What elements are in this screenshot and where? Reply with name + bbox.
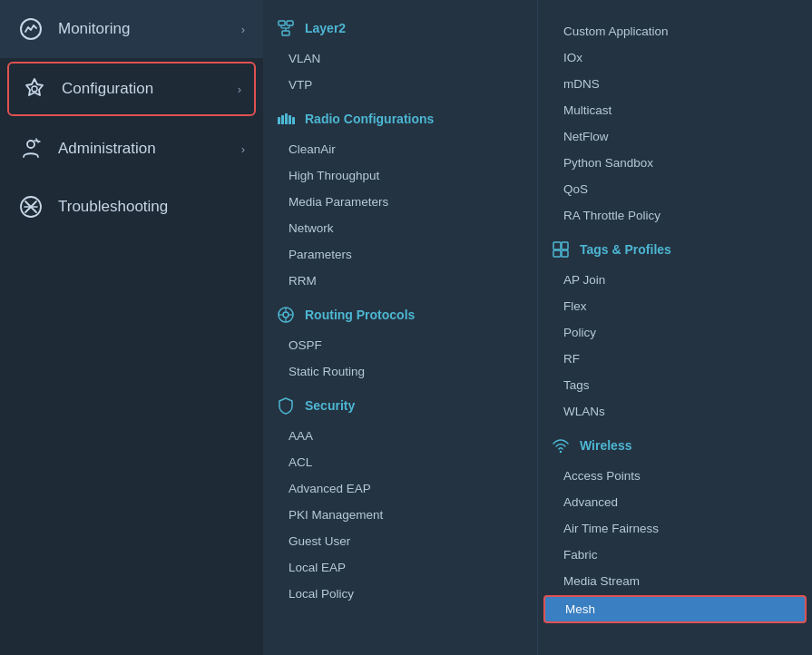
svg-rect-9 <box>282 31 289 35</box>
routing-icon <box>276 305 296 325</box>
svg-rect-28 <box>562 250 568 257</box>
menu-item-cleanair[interactable]: CleanAir <box>263 136 537 162</box>
menu-item-ospf[interactable]: OSPF <box>263 332 537 358</box>
menu-item-air-time-fairness[interactable]: Air Time Fairness <box>538 515 812 542</box>
wireless-label: Wireless <box>580 438 631 453</box>
security-label: Security <box>305 398 355 413</box>
svg-point-2 <box>27 141 34 148</box>
sidebar-item-administration[interactable]: Administration › <box>0 120 263 178</box>
svg-rect-16 <box>285 113 288 124</box>
menu-item-wlans[interactable]: WLANs <box>538 398 812 425</box>
radio-icon <box>276 109 296 129</box>
menu-item-vlan[interactable]: VLAN <box>263 45 537 72</box>
section-layer2: Layer2 <box>263 7 537 45</box>
sidebar-item-monitoring-label: Monitoring <box>58 20 130 38</box>
sidebar: Monitoring › Configuration › Administrat… <box>0 0 263 655</box>
svg-rect-15 <box>281 115 284 124</box>
svg-rect-25 <box>553 242 561 249</box>
menu-item-aaa[interactable]: AAA <box>263 423 537 449</box>
menu-item-guest-user[interactable]: Guest User <box>263 528 537 554</box>
chevron-right-icon-admin: › <box>241 142 245 156</box>
wireless-icon <box>551 435 571 455</box>
menu-columns: Layer2 VLAN VTP Radio Configurations Cle… <box>263 0 812 655</box>
menu-item-access-points[interactable]: Access Points <box>538 463 812 489</box>
menu-item-mesh[interactable]: Mesh <box>543 595 807 623</box>
sidebar-item-troubleshooting[interactable]: Troubleshooting <box>0 178 263 236</box>
menu-item-vtp[interactable]: VTP <box>263 72 537 98</box>
chevron-right-icon-config: › <box>238 83 241 96</box>
svg-rect-14 <box>278 117 280 124</box>
tags-profiles-label: Tags & Profiles <box>580 242 671 257</box>
menu-item-netflow[interactable]: NetFlow <box>538 123 812 150</box>
layer2-label: Layer2 <box>305 21 346 35</box>
svg-rect-27 <box>562 242 568 249</box>
menu-item-ap-join[interactable]: AP Join <box>538 267 812 293</box>
menu-item-custom-app[interactable]: Custom Application <box>538 18 812 44</box>
section-security: Security <box>263 385 537 423</box>
troubleshooting-icon <box>18 194 44 220</box>
svg-rect-26 <box>553 250 561 257</box>
menu-item-rrm[interactable]: RRM <box>263 268 537 294</box>
menu-item-fabric[interactable]: Fabric <box>538 542 812 568</box>
layer2-icon <box>276 18 296 38</box>
menu-item-advanced[interactable]: Advanced <box>538 489 812 515</box>
menu-item-network[interactable]: Network <box>263 215 537 241</box>
sidebar-item-configuration-label: Configuration <box>62 80 153 98</box>
menu-item-acl[interactable]: ACL <box>263 449 537 475</box>
sidebar-item-troubleshooting-label: Troubleshooting <box>58 198 168 216</box>
menu-item-multicast[interactable]: Multicast <box>538 97 812 123</box>
svg-point-29 <box>560 451 562 453</box>
section-routing: Routing Protocols <box>263 294 537 332</box>
menu-item-media-stream[interactable]: Media Stream <box>538 568 812 594</box>
menu-item-local-eap[interactable]: Local EAP <box>263 554 537 581</box>
svg-rect-18 <box>292 117 295 124</box>
svg-rect-7 <box>279 21 285 25</box>
tags-icon <box>551 240 571 259</box>
sidebar-item-administration-label: Administration <box>58 140 156 158</box>
configuration-icon <box>22 76 47 102</box>
menu-item-static-routing[interactable]: Static Routing <box>263 358 537 385</box>
menu-item-mdns[interactable]: mDNS <box>538 71 812 97</box>
svg-point-20 <box>283 312 289 318</box>
menu-item-tags[interactable]: Tags <box>538 372 812 398</box>
chevron-right-icon: › <box>241 23 245 36</box>
menu-item-flex[interactable]: Flex <box>538 293 812 319</box>
section-tags-profiles: Tags & Profiles <box>538 229 812 267</box>
menu-item-advanced-eap[interactable]: Advanced EAP <box>263 475 537 502</box>
svg-rect-17 <box>289 115 291 124</box>
sidebar-item-monitoring[interactable]: Monitoring › <box>0 0 263 58</box>
section-wireless: Wireless <box>538 425 812 463</box>
menu-item-python-sandbox[interactable]: Python Sandbox <box>538 150 812 176</box>
administration-icon <box>18 136 44 161</box>
radio-label: Radio Configurations <box>305 112 434 126</box>
svg-point-1 <box>32 86 37 92</box>
security-icon <box>276 396 296 415</box>
menu-col-1: Layer2 VLAN VTP Radio Configurations Cle… <box>263 0 537 655</box>
menu-col-2: Custom Application IOx mDNS Multicast Ne… <box>537 0 812 655</box>
menu-item-qos[interactable]: QoS <box>538 176 812 202</box>
svg-rect-8 <box>287 21 293 25</box>
section-radio: Radio Configurations <box>263 98 537 136</box>
menu-item-iox[interactable]: IOx <box>538 44 812 71</box>
menu-item-local-policy[interactable]: Local Policy <box>263 581 537 607</box>
menu-item-pki[interactable]: PKI Management <box>263 502 537 528</box>
menu-item-high-throughput[interactable]: High Throughput <box>263 162 537 189</box>
menu-item-parameters[interactable]: Parameters <box>263 241 537 268</box>
menu-item-rf[interactable]: RF <box>538 346 812 372</box>
menu-item-policy[interactable]: Policy <box>538 319 812 346</box>
menu-item-ra-throttle[interactable]: RA Throttle Policy <box>538 202 812 229</box>
routing-label: Routing Protocols <box>305 308 415 322</box>
sidebar-item-configuration[interactable]: Configuration › <box>7 62 256 116</box>
monitoring-icon <box>18 16 44 42</box>
menu-item-media-parameters[interactable]: Media Parameters <box>263 189 537 215</box>
